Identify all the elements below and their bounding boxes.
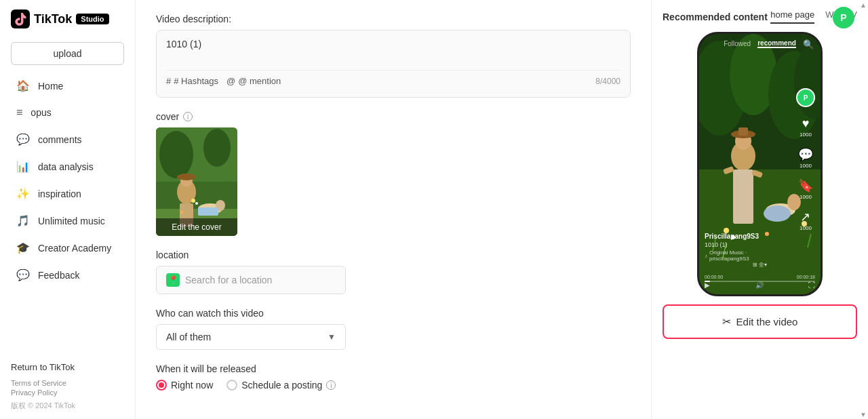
mention-button[interactable]: @ @ mention xyxy=(226,76,281,86)
sidebar-header: TikTok Studio xyxy=(0,0,135,38)
data-analysis-icon: 📊 xyxy=(16,160,30,173)
share-count: 1000 xyxy=(800,225,812,231)
description-box[interactable]: 1010 (1) # # Hashtags @ @ mention 8/4000 xyxy=(156,30,631,98)
sidebar-item-label: Feedback xyxy=(38,270,79,281)
phone-translate-bar: ⊞ 全▾ xyxy=(705,261,815,268)
at-icon: @ xyxy=(226,76,235,86)
phone-save-action: 🔖 1000 xyxy=(798,178,813,200)
user-avatar[interactable]: P xyxy=(833,7,854,28)
svg-point-3 xyxy=(159,131,193,178)
hashtag-button[interactable]: # # Hashtags xyxy=(166,76,218,86)
inspiration-icon: ✨ xyxy=(16,187,30,200)
right-now-label: Right now xyxy=(171,380,213,391)
svg-point-8 xyxy=(177,174,196,180)
bookmark-icon: 🔖 xyxy=(798,178,813,193)
svg-point-4 xyxy=(203,129,231,167)
description-toolbar: # # Hashtags @ @ mention 8/4000 xyxy=(166,70,620,86)
toolbar-actions: # # Hashtags @ @ mention xyxy=(166,76,281,86)
terms-link[interactable]: Terms of Service xyxy=(11,379,124,387)
phone-mockup: Followed recommend 🔍 P ♥ 1000 💬 1000 xyxy=(697,32,823,296)
right-now-option[interactable]: Right now xyxy=(156,380,213,391)
sidebar-item-label: Home xyxy=(38,81,63,92)
phone-right-actions: P ♥ 1000 💬 1000 🔖 1000 ↗ xyxy=(796,88,815,231)
opus-icon: ≡ xyxy=(16,106,22,119)
sidebar-item-comments[interactable]: 💬 comments xyxy=(4,126,131,153)
description-section: Video description: 1010 (1) # # Hashtags… xyxy=(156,14,631,98)
tiktok-icon xyxy=(11,9,30,28)
who-watch-dropdown[interactable]: All of them ▼ xyxy=(156,324,346,350)
sidebar-item-label: Creator Academy xyxy=(38,243,111,254)
edit-video-button[interactable]: ✂ Edit the video xyxy=(663,304,857,339)
tab-home-page[interactable]: home page xyxy=(770,9,814,24)
schedule-info-icon[interactable]: i xyxy=(326,380,336,390)
who-watch-section: Who can watch this video All of them ▼ xyxy=(156,308,631,350)
translate-btn: ⊞ 全▾ xyxy=(753,261,767,268)
comment-icon: 💬 xyxy=(798,147,813,162)
edit-cover-button[interactable]: Edit the cover xyxy=(156,218,237,236)
sidebar-item-label: inspiration xyxy=(38,188,81,199)
edit-video-label: Edit the video xyxy=(736,316,798,327)
svg-point-15 xyxy=(180,211,183,214)
sidebar-item-data-analysis[interactable]: 📊 data analysis xyxy=(4,153,131,180)
svg-point-13 xyxy=(191,199,195,203)
cover-section: cover i xyxy=(156,111,631,236)
cover-info-icon[interactable]: i xyxy=(183,112,193,121)
footer-links: Terms of Service Privacy Policy 版权 © 202… xyxy=(11,379,124,411)
upload-button[interactable]: upload xyxy=(11,42,124,65)
description-label: Video description: xyxy=(156,14,631,24)
heart-icon: ♥ xyxy=(802,117,810,131)
scissors-icon: ✂ xyxy=(722,315,731,328)
right-panel: ▲ Recommended content home page Web/TV P xyxy=(651,0,868,419)
scrollbar-up[interactable]: ▲ xyxy=(859,0,868,9)
phone-nav-followed: Followed xyxy=(724,40,751,47)
radio-group: Right now Schedule a posting i xyxy=(156,380,631,391)
right-now-radio[interactable] xyxy=(156,380,167,391)
music-note-icon: ♪ xyxy=(705,253,707,259)
schedule-option[interactable]: Schedule a posting i xyxy=(226,380,336,391)
sidebar-item-label: Unlimited music xyxy=(38,216,105,226)
location-section: location 📍 Search for a location xyxy=(156,250,631,294)
sidebar-item-label: opus xyxy=(31,107,51,118)
sidebar-item-creator-academy[interactable]: 🎓 Creator Academy xyxy=(4,235,131,261)
cover-thumbnail[interactable]: Edit the cover xyxy=(156,127,237,236)
music-icon: 🎵 xyxy=(16,214,30,227)
mention-label: @ mention xyxy=(238,76,281,86)
chevron-down-icon: ▼ xyxy=(328,332,336,342)
like-count: 1000 xyxy=(800,132,812,138)
total-time: 00:00:18 xyxy=(797,275,815,279)
location-input[interactable]: 📍 Search for a location xyxy=(156,266,346,294)
progress-time: 00:00:00 00:00:18 xyxy=(705,275,815,279)
description-text: 1010 (1) xyxy=(166,39,620,49)
comments-icon: 💬 xyxy=(16,133,30,146)
sidebar-item-inspiration[interactable]: ✨ inspiration xyxy=(4,180,131,207)
location-label: location xyxy=(156,250,631,260)
studio-badge: Studio xyxy=(76,14,108,24)
privacy-link[interactable]: Privacy Policy xyxy=(11,388,124,397)
volume-icon: 🔊 xyxy=(755,281,764,289)
sidebar-item-home[interactable]: 🏠 Home xyxy=(4,73,131,99)
current-time: 00:00:00 xyxy=(705,275,723,279)
recommended-title: Recommended content xyxy=(663,12,768,22)
phone-like-action: ♥ 1000 xyxy=(800,117,812,138)
phone-creator-avatar: P xyxy=(796,88,815,107)
tiktok-wordmark: TikTok xyxy=(34,12,72,26)
sidebar-item-unlimited-music[interactable]: 🎵 Unlimited music xyxy=(4,207,131,234)
phone-bottom-info: Priscillapang9S3 1010 (1) ♪ Original Mus… xyxy=(705,233,787,262)
tiktok-logo: TikTok Studio xyxy=(11,9,109,28)
fullscreen-icon: ⛶ xyxy=(808,281,815,289)
save-count: 1000 xyxy=(800,194,812,200)
main-content: Video description: 1010 (1) # # Hashtags… xyxy=(136,0,651,419)
sidebar-item-feedback[interactable]: 💬 Feedback xyxy=(4,262,131,288)
return-to-tiktok-link[interactable]: Return to TikTok xyxy=(11,362,124,372)
sidebar-item-opus[interactable]: ≡ opus xyxy=(4,100,131,125)
svg-rect-0 xyxy=(11,9,30,28)
schedule-label: Schedule a posting xyxy=(241,380,322,391)
hashtag-label: # Hashtags xyxy=(174,76,218,86)
schedule-radio[interactable] xyxy=(226,380,237,391)
phone-overlay-ui: Followed recommend 🔍 P ♥ 1000 💬 1000 xyxy=(699,34,821,294)
phone-music: ♪ Original Music · priscillapang9S3 xyxy=(705,250,787,262)
phone-comment-action: 💬 1000 xyxy=(798,147,813,169)
phone-share-action: ↗ 1000 xyxy=(800,210,812,231)
scrollbar-down[interactable]: ▼ xyxy=(859,410,868,419)
who-watch-label: Who can watch this video xyxy=(156,308,631,319)
